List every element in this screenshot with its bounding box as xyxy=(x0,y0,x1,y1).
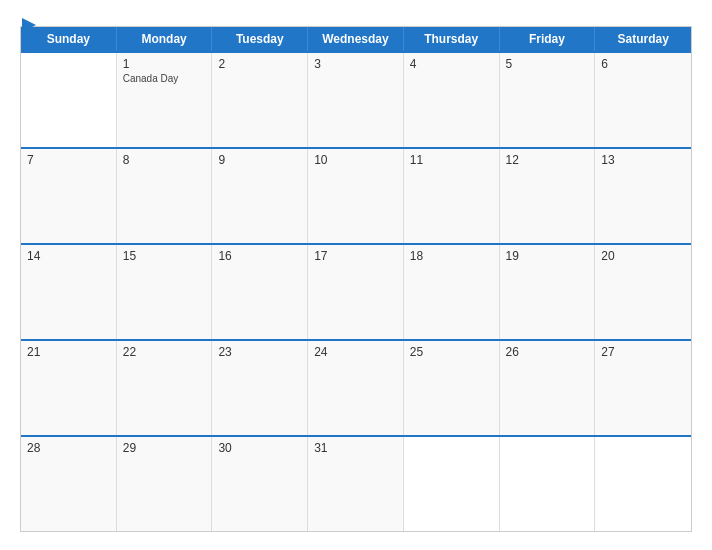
day-number: 10 xyxy=(314,153,397,167)
day-number: 29 xyxy=(123,441,206,455)
day-number: 25 xyxy=(410,345,493,359)
logo-blue-text xyxy=(20,18,36,32)
col-monday: Monday xyxy=(117,27,213,51)
day-number: 16 xyxy=(218,249,301,263)
logo xyxy=(20,18,36,32)
cal-cell-w4-d7: 27 xyxy=(595,341,691,435)
cal-cell-w1-d5: 4 xyxy=(404,53,500,147)
day-number: 17 xyxy=(314,249,397,263)
cal-cell-w2-d3: 9 xyxy=(212,149,308,243)
day-number: 19 xyxy=(506,249,589,263)
cal-cell-w5-d1: 28 xyxy=(21,437,117,531)
holiday-label: Canada Day xyxy=(123,73,206,85)
calendar-header-row: Sunday Monday Tuesday Wednesday Thursday… xyxy=(21,27,691,51)
cal-cell-w5-d4: 31 xyxy=(308,437,404,531)
cal-cell-w1-d2: 1Canada Day xyxy=(117,53,213,147)
day-number: 12 xyxy=(506,153,589,167)
cal-cell-w3-d2: 15 xyxy=(117,245,213,339)
day-number: 15 xyxy=(123,249,206,263)
svg-marker-0 xyxy=(22,18,36,32)
cal-cell-w1-d4: 3 xyxy=(308,53,404,147)
col-wednesday: Wednesday xyxy=(308,27,404,51)
cal-cell-w2-d6: 12 xyxy=(500,149,596,243)
cal-cell-w5-d5 xyxy=(404,437,500,531)
week-row-4: 21222324252627 xyxy=(21,339,691,435)
day-number: 8 xyxy=(123,153,206,167)
cal-cell-w4-d2: 22 xyxy=(117,341,213,435)
cal-cell-w2-d2: 8 xyxy=(117,149,213,243)
cal-cell-w2-d7: 13 xyxy=(595,149,691,243)
col-tuesday: Tuesday xyxy=(212,27,308,51)
day-number: 27 xyxy=(601,345,685,359)
day-number: 4 xyxy=(410,57,493,71)
calendar-page: Sunday Monday Tuesday Wednesday Thursday… xyxy=(0,0,712,550)
cal-cell-w3-d7: 20 xyxy=(595,245,691,339)
day-number: 3 xyxy=(314,57,397,71)
col-saturday: Saturday xyxy=(595,27,691,51)
day-number: 30 xyxy=(218,441,301,455)
cal-cell-w1-d3: 2 xyxy=(212,53,308,147)
cal-cell-w2-d1: 7 xyxy=(21,149,117,243)
cal-cell-w3-d5: 18 xyxy=(404,245,500,339)
day-number: 6 xyxy=(601,57,685,71)
week-row-2: 78910111213 xyxy=(21,147,691,243)
cal-cell-w4-d5: 25 xyxy=(404,341,500,435)
cal-cell-w5-d7 xyxy=(595,437,691,531)
week-row-1: 1Canada Day23456 xyxy=(21,51,691,147)
cal-cell-w3-d6: 19 xyxy=(500,245,596,339)
cal-cell-w4-d4: 24 xyxy=(308,341,404,435)
cal-cell-w3-d3: 16 xyxy=(212,245,308,339)
cal-cell-w1-d6: 5 xyxy=(500,53,596,147)
cal-cell-w5-d2: 29 xyxy=(117,437,213,531)
cal-cell-w5-d6 xyxy=(500,437,596,531)
calendar-grid: Sunday Monday Tuesday Wednesday Thursday… xyxy=(20,26,692,532)
calendar-body: 1Canada Day23456789101112131415161718192… xyxy=(21,51,691,531)
day-number: 22 xyxy=(123,345,206,359)
day-number: 31 xyxy=(314,441,397,455)
day-number: 14 xyxy=(27,249,110,263)
day-number: 11 xyxy=(410,153,493,167)
day-number: 18 xyxy=(410,249,493,263)
cal-cell-w5-d3: 30 xyxy=(212,437,308,531)
cal-cell-w2-d4: 10 xyxy=(308,149,404,243)
week-row-5: 28293031 xyxy=(21,435,691,531)
cal-cell-w4-d3: 23 xyxy=(212,341,308,435)
day-number: 28 xyxy=(27,441,110,455)
cal-cell-w3-d4: 17 xyxy=(308,245,404,339)
cal-cell-w4-d6: 26 xyxy=(500,341,596,435)
week-row-3: 14151617181920 xyxy=(21,243,691,339)
cal-cell-w1-d7: 6 xyxy=(595,53,691,147)
day-number: 24 xyxy=(314,345,397,359)
day-number: 2 xyxy=(218,57,301,71)
logo-flag-icon xyxy=(22,18,36,32)
col-friday: Friday xyxy=(500,27,596,51)
day-number: 21 xyxy=(27,345,110,359)
day-number: 5 xyxy=(506,57,589,71)
day-number: 23 xyxy=(218,345,301,359)
cal-cell-w3-d1: 14 xyxy=(21,245,117,339)
cal-cell-w4-d1: 21 xyxy=(21,341,117,435)
cal-cell-w1-d1 xyxy=(21,53,117,147)
day-number: 7 xyxy=(27,153,110,167)
day-number: 20 xyxy=(601,249,685,263)
cal-cell-w2-d5: 11 xyxy=(404,149,500,243)
day-number: 1 xyxy=(123,57,206,71)
day-number: 9 xyxy=(218,153,301,167)
day-number: 13 xyxy=(601,153,685,167)
col-thursday: Thursday xyxy=(404,27,500,51)
day-number: 26 xyxy=(506,345,589,359)
